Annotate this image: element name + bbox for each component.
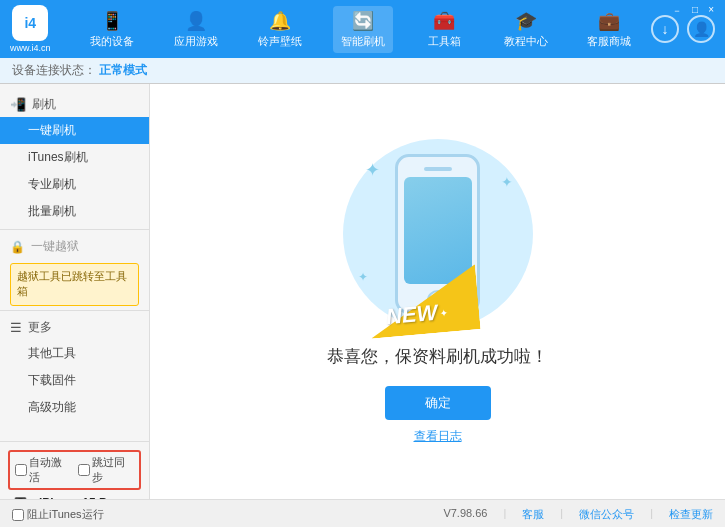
bottom-center: V7.98.66 | 客服 | 微信公众号 | 检查更新 <box>443 507 713 522</box>
nav-toolbox[interactable]: 🧰 工具箱 <box>417 6 472 53</box>
sidebar-header-flash: 📲 刷机 <box>0 92 149 117</box>
view-log-link[interactable]: 查看日志 <box>414 428 462 445</box>
success-message: 恭喜您，保资料刷机成功啦！ <box>327 345 548 368</box>
toolbox-icon: 🧰 <box>433 10 455 32</box>
tutorial-icon: 🎓 <box>515 10 537 32</box>
phone-speaker <box>424 167 452 172</box>
device-options-box: 自动激活 跳过同步 <box>8 450 141 490</box>
nav-tutorial[interactable]: 🎓 教程中心 <box>496 6 556 53</box>
logo: i4 www.i4.cn <box>10 5 51 53</box>
apps-icon: 👤 <box>185 10 207 32</box>
minimize-button[interactable]: － <box>669 4 685 18</box>
sidebar-section-more: ☰ 更多 其他工具 下载固件 高级功能 <box>0 315 149 421</box>
stop-itunes-checkbox-label[interactable]: 阻止iTunes运行 <box>12 507 104 522</box>
bottom-left: 阻止iTunes运行 <box>12 507 443 522</box>
sidebar-item-download-firmware[interactable]: 下载固件 <box>0 367 149 394</box>
sidebar-section-jailbreak: 🔒 一键越狱 越狱工具已跳转至工具箱 <box>0 234 149 306</box>
close-button[interactable]: × <box>705 4 717 18</box>
sidebar-item-pro-flash[interactable]: 专业刷机 <box>0 171 149 198</box>
flash-section-icon: 📲 <box>10 97 26 112</box>
device-phone-icon: 📱 <box>8 496 33 499</box>
device-icon: 📱 <box>101 10 123 32</box>
time-sync-checkbox-label[interactable]: 跳过同步 <box>78 455 135 485</box>
sidebar-header-jailbreak: 🔒 一键越狱 <box>0 234 149 259</box>
new-text: NEW <box>384 299 437 329</box>
sparkle-bottom-left-icon: ✦ <box>358 270 368 284</box>
download-button[interactable]: ↓ <box>651 15 679 43</box>
content-area: ✦ ✦ ✦ ✦ NEW ✦ 恭喜您，保资料刷机成功啦！ <box>150 84 725 499</box>
new-badge: ✦ NEW ✦ <box>375 298 448 330</box>
maximize-button[interactable]: □ <box>689 4 701 18</box>
jailbreak-warning: 越狱工具已跳转至工具箱 <box>10 263 139 306</box>
sidebar-item-other-tools[interactable]: 其他工具 <box>0 340 149 367</box>
sidebar: 📲 刷机 一键刷机 iTunes刷机 专业刷机 批量刷机 🔒 一键越狱 越狱工具… <box>0 84 150 499</box>
sidebar-item-one-click-flash[interactable]: 一键刷机 <box>0 117 149 144</box>
new-ribbon: ✦ NEW ✦ <box>368 269 478 334</box>
time-sync-checkbox[interactable] <box>78 464 90 476</box>
logo-url: www.i4.cn <box>10 43 51 53</box>
device-name: iPhone 15 Pro Max <box>39 496 141 499</box>
more-icon: ☰ <box>10 320 22 335</box>
new-badge-container: ✦ NEW ✦ <box>375 298 448 330</box>
sidebar-header-more: ☰ 更多 <box>0 315 149 340</box>
nav-apps-games[interactable]: 👤 应用游戏 <box>166 6 226 53</box>
auto-activate-checkbox-label[interactable]: 自动激活 <box>15 455 72 485</box>
logo-icon: i4 <box>12 5 48 41</box>
sparkle-top-right-icon: ✦ <box>501 174 513 190</box>
bottom-bar: 阻止iTunes运行 V7.98.66 | 客服 | 微信公众号 | 检查更新 <box>0 499 725 527</box>
user-button[interactable]: 👤 <box>687 15 715 43</box>
bottom-sep-3: | <box>650 507 653 522</box>
auto-activate-checkbox[interactable] <box>15 464 27 476</box>
sidebar-item-itunes-flash[interactable]: iTunes刷机 <box>0 144 149 171</box>
sidebar-item-batch-flash[interactable]: 批量刷机 <box>0 198 149 225</box>
device-info: 📱 iPhone 15 Pro Max 512GB iPhone <box>8 496 141 499</box>
confirm-button[interactable]: 确定 <box>385 386 491 420</box>
sidebar-section-flash: 📲 刷机 一键刷机 iTunes刷机 专业刷机 批量刷机 <box>0 92 149 225</box>
sparkle-top-left-icon: ✦ <box>365 159 380 181</box>
check-update-link[interactable]: 检查更新 <box>669 507 713 522</box>
support-link[interactable]: 客服 <box>522 507 544 522</box>
bottom-sep-1: | <box>503 507 506 522</box>
main-layout: 📲 刷机 一键刷机 iTunes刷机 专业刷机 批量刷机 🔒 一键越狱 越狱工具… <box>0 84 725 499</box>
nav-items: 📱 我的设备 👤 应用游戏 🔔 铃声壁纸 🔄 智能刷机 🧰 工具箱 🎓 <box>71 6 651 53</box>
service-icon: 💼 <box>598 10 620 32</box>
topbar-right: ↓ 👤 <box>651 15 715 43</box>
ringtone-icon: 🔔 <box>269 10 291 32</box>
jailbreak-icon: 🔒 <box>10 240 25 254</box>
wechat-link[interactable]: 微信公众号 <box>579 507 634 522</box>
topbar: i4 www.i4.cn 📱 我的设备 👤 应用游戏 🔔 铃声壁纸 🔄 智能刷机 <box>0 0 725 58</box>
statusbar: 设备连接状态： 正常模式 <box>0 58 725 84</box>
flash-icon: 🔄 <box>352 10 374 32</box>
version-label: V7.98.66 <box>443 507 487 522</box>
nav-smart-flash[interactable]: 🔄 智能刷机 <box>333 6 393 53</box>
bottom-sep-2: | <box>560 507 563 522</box>
nav-my-device[interactable]: 📱 我的设备 <box>82 6 142 53</box>
device-details: iPhone 15 Pro Max 512GB iPhone <box>39 496 141 499</box>
stop-itunes-checkbox[interactable] <box>12 509 24 521</box>
sidebar-item-advanced[interactable]: 高级功能 <box>0 394 149 421</box>
nav-ringtone[interactable]: 🔔 铃声壁纸 <box>250 6 310 53</box>
window-controls: － □ × <box>669 4 717 18</box>
nav-service[interactable]: 💼 客服商城 <box>579 6 639 53</box>
